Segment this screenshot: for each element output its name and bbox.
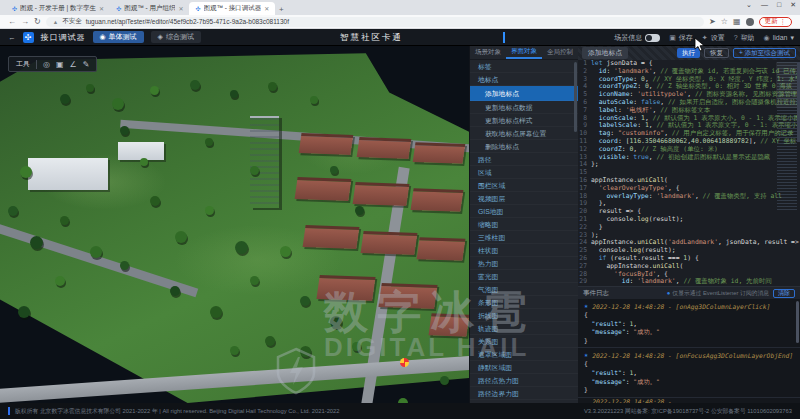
sidebar-item[interactable]: 更新地标点数据: [470, 101, 578, 114]
tree: [30, 236, 43, 249]
tab-close-icon[interactable]: ✕: [178, 5, 183, 12]
locate-icon[interactable]: ◎: [43, 60, 50, 69]
browser-tab-0[interactable]: ✣图观 - 开发手册 | 数字孪生✕: [6, 2, 110, 15]
scene-title: 智慧社区卡通: [340, 29, 403, 46]
sidebar-item[interactable]: 标签: [470, 60, 578, 73]
sidebar-item[interactable]: 路径: [470, 153, 578, 166]
more-menu-icon[interactable]: ⋮: [780, 18, 787, 26]
sidebar-item[interactable]: 路径点热力图: [470, 374, 578, 387]
code-line: 22 }: [578, 224, 800, 232]
url-box[interactable]: ▲ 不安全 tuguan.net/apiTester/#/editor/45ef…: [46, 17, 704, 27]
sidebar-tab-1[interactable]: 界面对象: [506, 46, 542, 59]
sidebar-item[interactable]: 地标点: [470, 73, 578, 86]
sidebar-item[interactable]: 添加地标点: [470, 86, 578, 101]
sidebar-item[interactable]: 柱状图: [470, 244, 578, 257]
help-button[interactable]: ? 帮助: [734, 33, 755, 43]
code-line: 21 console.log(result);: [578, 216, 800, 224]
sidebar-item[interactable]: 关系图: [470, 335, 578, 348]
new-tab-button[interactable]: +: [275, 3, 287, 15]
editor-tab-add-landmark[interactable]: 添加地标点: [582, 47, 628, 59]
single-test-icon: ◉: [100, 33, 106, 41]
draw-icon[interactable]: ✎: [83, 60, 90, 69]
tree: [440, 376, 449, 385]
event-body-line: "result": 1,: [584, 320, 794, 329]
sidebar-item[interactable]: 三维柱图: [470, 231, 578, 244]
tree: [20, 166, 32, 178]
app-window: ✣图观 - 开发手册 | 数字孪生✕✣图观™ - 用户组织✕✣图观™ - 接口调…: [0, 0, 800, 419]
browser-tab-1[interactable]: ✣图观™ - 用户组织✕: [110, 2, 189, 15]
sidebar-item[interactable]: 静默区域图: [470, 361, 578, 374]
event-body-line: "message": "成功。": [584, 378, 794, 387]
tree: [205, 138, 213, 146]
event-log-list[interactable]: ★2022-12-28 14:48:28 - [onAgg3DColumnLay…: [578, 299, 800, 404]
sidebar-item[interactable]: 轨迹图: [470, 322, 578, 335]
sidebar-item[interactable]: 缩略图: [470, 218, 578, 231]
sidebar-item[interactable]: 遮罩区域图: [470, 348, 578, 361]
sidebar-item[interactable]: 删除地标点: [470, 140, 578, 153]
minimize-button[interactable]: —: [761, 1, 768, 9]
save-button[interactable]: ▣ 保存: [669, 33, 693, 43]
sidebar-item[interactable]: GIS地图: [470, 205, 578, 218]
event-body-line: {: [584, 360, 794, 369]
menu-chevron-icon[interactable]: ⌄: [746, 1, 752, 9]
sidebar-item[interactable]: 折线图: [470, 309, 578, 322]
close-button[interactable]: ✕: [790, 1, 796, 9]
tools-label: 工具: [16, 59, 30, 69]
event-log-panel: 事件日志 ● 仅显示通过 EventListener 订阅的消息 清除 ★202…: [578, 286, 800, 403]
maximize-button[interactable]: □: [777, 1, 781, 9]
sidebar-item[interactable]: 热力图: [470, 257, 578, 270]
refresh-icon[interactable]: ↻: [34, 17, 41, 26]
sidebar-item[interactable]: 获取地标点屏幕位置: [470, 127, 578, 140]
tree: [330, 166, 338, 174]
sidebar-tab-2[interactable]: 全局控制: [542, 46, 578, 59]
back-icon[interactable]: ←: [8, 17, 16, 26]
event-log-scrollbar[interactable]: [796, 301, 799, 343]
sidebar-item[interactable]: 条形图: [470, 296, 578, 309]
3d-viewport[interactable]: 工具 ◎ ▣ ∠ ✎: [0, 46, 469, 403]
sidebar-item[interactable]: 围栏区域: [470, 179, 578, 192]
scene-info-toggle[interactable]: [645, 34, 660, 42]
tree: [55, 276, 65, 286]
sidebar-item[interactable]: 蓝光图: [470, 270, 578, 283]
code-line: 18 overlayType: 'landmark', // 覆盖物类型, 支持…: [578, 193, 800, 201]
sidebar-tab-0[interactable]: 场景对象: [470, 46, 506, 59]
clear-log-button[interactable]: 清除: [773, 289, 795, 298]
bookmark-star-icon[interactable]: ☆: [721, 17, 728, 26]
app-back-icon[interactable]: ←: [8, 33, 16, 42]
browser-update-button[interactable]: 更新 ⋮: [759, 17, 793, 27]
tuguan-logo-icon: ✣: [23, 32, 34, 43]
sidebar-item[interactable]: 气泡图: [470, 283, 578, 296]
tab-close-icon[interactable]: ✕: [99, 5, 104, 12]
sidebar-scrollbar[interactable]: [574, 62, 577, 132]
code-editor[interactable]: 1let jsonData = {2 id: 'landmark', // 覆盖…: [578, 60, 800, 286]
combined-test-button[interactable]: ◈ 综合测试: [151, 31, 201, 43]
extensions-icon[interactable]: ▦: [733, 17, 741, 26]
apartment-block: [411, 188, 464, 212]
editor-minimap[interactable]: [777, 62, 797, 212]
send-to-device-icon[interactable]: ➤: [709, 17, 716, 26]
area-measure-icon[interactable]: ▣: [56, 60, 64, 69]
user-icon: ◉: [764, 34, 770, 42]
sidebar-item[interactable]: 视频图层: [470, 192, 578, 205]
forward-icon[interactable]: →: [21, 17, 29, 26]
tree: [280, 246, 291, 257]
browser-tab-strip: ✣图观 - 开发手册 | 数字孪生✕✣图观™ - 用户组织✕✣图观™ - 接口调…: [0, 0, 800, 15]
user-menu[interactable]: ◉ lidan ▾: [764, 34, 794, 42]
api-sidebar: 场景对象界面对象全局控制 标签地标点添加地标点更新地标点数据更新地标点样式获取地…: [469, 46, 578, 403]
angle-measure-icon[interactable]: ∠: [70, 60, 77, 69]
single-test-button[interactable]: ◉ 单体测试: [93, 31, 144, 43]
add-to-suite-button[interactable]: + 添加至综合测试: [733, 48, 796, 58]
version-icp-text: V3.3.20221223 网站备案: 京ICP备19018737号-2 公安部…: [584, 407, 792, 416]
tab-close-icon[interactable]: ✕: [264, 5, 269, 12]
sidebar-item[interactable]: 区域: [470, 166, 578, 179]
sidebar-item[interactable]: 路径边界力图: [470, 387, 578, 400]
event-body-line: {: [584, 311, 794, 320]
tree: [8, 206, 18, 216]
save-icon: ▣: [669, 34, 676, 42]
browser-tab-2[interactable]: ✣图观™ - 接口调试器✕: [189, 2, 275, 15]
restore-button[interactable]: 恢复: [704, 48, 729, 58]
sidebar-item[interactable]: 更新地标点样式: [470, 114, 578, 127]
tree: [150, 86, 159, 95]
profile-avatar[interactable]: [746, 18, 754, 26]
tree: [310, 96, 318, 104]
